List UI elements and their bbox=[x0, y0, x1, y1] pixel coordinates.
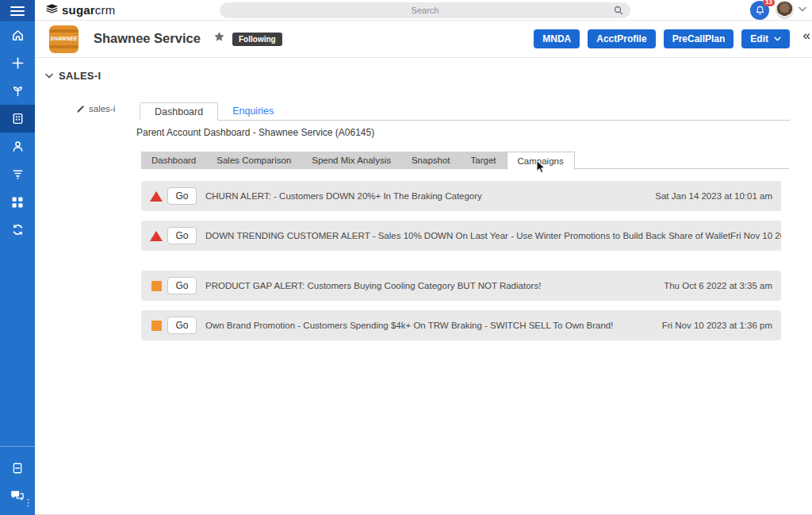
alert-timestamp: Thu Oct 6 2022 at 3:35 am bbox=[664, 281, 772, 290]
search-input[interactable] bbox=[220, 2, 630, 18]
sidebar-item-contacts[interactable] bbox=[0, 133, 35, 160]
collapse-panel-icon[interactable]: « bbox=[803, 28, 810, 44]
account-avatar-band bbox=[49, 45, 79, 48]
inner-tab-sales-comparison[interactable]: Sales Comparison bbox=[206, 152, 301, 169]
alert-row: Go DOWN TRENDING CUSTOMER ALERT - Sales … bbox=[141, 221, 781, 251]
filter-icon bbox=[11, 167, 25, 181]
go-button[interactable]: Go bbox=[167, 317, 197, 334]
page-title: Shawnee Service bbox=[94, 31, 201, 46]
user-menu-chevron-down-icon[interactable] bbox=[799, 6, 806, 12]
sidebar-item-sync[interactable] bbox=[0, 216, 35, 244]
dashboard-title: Parent Account Dashboard - Shawnee Servi… bbox=[136, 127, 374, 138]
alert-text: Own Brand Promotion - Customers Spending… bbox=[205, 321, 613, 330]
building-icon bbox=[11, 112, 25, 125]
sidebar-item-home[interactable] bbox=[0, 21, 35, 49]
plus-icon bbox=[11, 56, 25, 70]
campaign-alert-list: Go CHURN ALERT: - Customers DOWN 20%+ In… bbox=[141, 181, 781, 340]
hamburger-icon bbox=[10, 6, 25, 17]
brand-text: sugarcrm bbox=[62, 3, 115, 17]
alert-timestamp: Fri Nov 10 2023 at 1:36 pm bbox=[662, 321, 772, 330]
sales-i-field-label[interactable]: sales-i bbox=[76, 104, 115, 113]
alert-severity-high-icon bbox=[150, 191, 163, 202]
field-label-text: sales-i bbox=[89, 104, 115, 113]
acctprofile-button[interactable]: AcctProfile bbox=[588, 29, 655, 48]
alert-text: DOWN TRENDING CUSTOMER ALERT - Sales 10%… bbox=[205, 231, 730, 240]
top-bar: sugarcrm 13 bbox=[35, 0, 812, 21]
section-title: SALES-I bbox=[59, 70, 101, 82]
bell-icon bbox=[755, 6, 765, 16]
inner-tab-group: Dashboard Sales Comparison Spend Mix Ana… bbox=[141, 152, 507, 168]
main-content: SALES-I sales-i Dashboard Enquiries Pare… bbox=[35, 58, 812, 515]
alert-severity-medium-icon bbox=[150, 321, 163, 331]
header-actions: MNDA AcctProfile PreCallPlan Edit bbox=[534, 29, 790, 48]
sugarcrm-stack-icon bbox=[45, 4, 59, 16]
favorite-star-icon[interactable] bbox=[213, 31, 225, 43]
account-avatar-band bbox=[49, 29, 79, 33]
go-button[interactable]: Go bbox=[167, 227, 197, 244]
alert-row: Go CHURN ALERT: - Customers DOWN 20%+ In… bbox=[141, 181, 781, 211]
alert-timestamp: Sat Jan 14 2023 at 10:01 am bbox=[655, 191, 772, 201]
mnda-button[interactable]: MNDA bbox=[534, 29, 580, 48]
edit-chevron-down-icon bbox=[774, 37, 781, 41]
alert-row: Go PRODUCT GAP ALERT: Customers Buying C… bbox=[141, 271, 781, 301]
tab-dashboard[interactable]: Dashboard bbox=[140, 102, 218, 121]
left-sidebar: ⋮ bbox=[0, 0, 35, 515]
sidebar-item-create[interactable] bbox=[0, 49, 35, 77]
inner-tab-campaigns[interactable]: Campaigns bbox=[507, 152, 575, 170]
apps-grid-icon bbox=[11, 196, 24, 209]
sync-icon bbox=[11, 223, 25, 236]
sales-i-section-header[interactable]: SALES-I bbox=[45, 70, 101, 82]
alert-timestamp: Fri Nov 10 2023 at 1:29 pm bbox=[730, 231, 781, 240]
account-avatar-text: SHAWNEE bbox=[49, 36, 79, 41]
notification-count-badge: 13 bbox=[763, 0, 775, 6]
search-icon[interactable] bbox=[614, 6, 623, 15]
sidebar-nav bbox=[0, 21, 35, 244]
kebab-menu-icon[interactable]: ⋮ bbox=[24, 501, 33, 504]
sugarcrm-logo[interactable]: sugarcrm bbox=[45, 3, 115, 17]
alert-text: PRODUCT GAP ALERT: Customers Buying Cool… bbox=[205, 281, 541, 290]
chevron-down-icon bbox=[45, 73, 53, 79]
edit-button[interactable]: Edit bbox=[741, 29, 790, 48]
sidebar-item-notes[interactable] bbox=[0, 455, 35, 482]
tab-enquiries[interactable]: Enquiries bbox=[218, 102, 288, 120]
alert-row: Go Own Brand Promotion - Customers Spend… bbox=[141, 310, 781, 340]
sales-i-tab-bar: Dashboard Enquiries bbox=[140, 102, 790, 121]
home-icon bbox=[11, 29, 25, 42]
alert-severity-high-icon bbox=[150, 231, 163, 241]
notifications-button[interactable]: 13 bbox=[750, 1, 769, 20]
inner-tab-snapshot[interactable]: Snapshot bbox=[401, 152, 461, 169]
global-search bbox=[220, 2, 630, 18]
hamburger-menu-button[interactable] bbox=[0, 0, 35, 21]
go-button[interactable]: Go bbox=[167, 277, 197, 294]
dashboard-inner-tab-bar: Dashboard Sales Comparison Spend Mix Ana… bbox=[141, 152, 789, 169]
following-badge[interactable]: Following bbox=[232, 33, 282, 46]
inner-tab-spend-mix-analysis[interactable]: Spend Mix Analysis bbox=[301, 152, 401, 169]
sidebar-item-filter[interactable] bbox=[0, 160, 35, 188]
person-icon bbox=[11, 140, 25, 153]
alert-text: CHURN ALERT: - Customers DOWN 20%+ In Th… bbox=[205, 191, 482, 201]
record-header: SHAWNEE Shawnee Service Following MNDA A… bbox=[35, 21, 812, 58]
alert-severity-medium-icon bbox=[150, 281, 163, 291]
precallplan-button[interactable]: PreCallPlan bbox=[664, 29, 734, 48]
account-avatar: SHAWNEE bbox=[49, 25, 79, 53]
chat-icon bbox=[10, 489, 25, 502]
inner-tab-dashboard[interactable]: Dashboard bbox=[141, 152, 206, 169]
sidebar-item-opportunities[interactable] bbox=[0, 77, 35, 105]
pencil-icon bbox=[76, 105, 85, 113]
sidebar-item-accounts[interactable] bbox=[0, 105, 35, 133]
user-avatar[interactable] bbox=[776, 1, 794, 19]
go-button[interactable]: Go bbox=[167, 187, 197, 205]
sidebar-item-apps[interactable] bbox=[0, 188, 35, 216]
inner-tab-target[interactable]: Target bbox=[461, 152, 507, 169]
sprout-icon bbox=[11, 84, 25, 98]
document-icon bbox=[11, 462, 24, 475]
